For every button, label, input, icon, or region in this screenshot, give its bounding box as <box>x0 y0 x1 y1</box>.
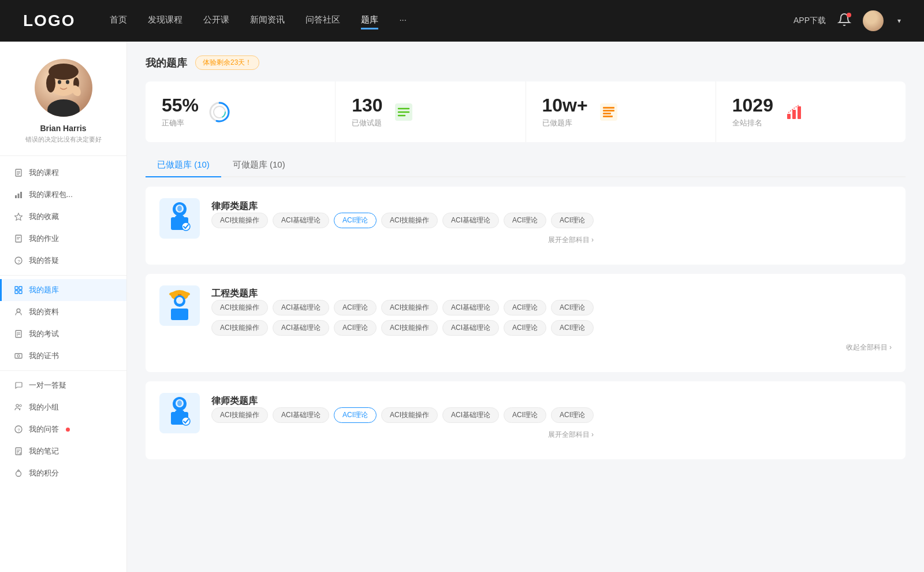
stats-row: 55% 正确率 130 已做试题 <box>146 81 906 142</box>
tag-item[interactable]: ACI基础理论 <box>273 213 329 228</box>
tag-item[interactable]: ACI基础理论 <box>442 407 499 423</box>
nav-discover[interactable]: 发现课程 <box>148 12 182 29</box>
sidebar-item-one-on-one[interactable]: 一对一答疑 <box>0 374 126 396</box>
qbank-card-lawyer-1: 律师类题库 ACI技能操作 ACI基础理论 ACI理论 ACI技能操作 ACI基… <box>146 187 906 265</box>
svg-rect-24 <box>19 291 22 294</box>
logo[interactable]: LOGO <box>23 12 75 30</box>
sidebar-label-my-group: 我的小组 <box>29 402 59 413</box>
stat-done-questions-label: 已做试题 <box>352 118 382 128</box>
stat-done-questions-number: 130 <box>352 95 382 116</box>
svg-rect-30 <box>15 354 22 358</box>
tag-item[interactable]: ACI基础理论 <box>273 320 329 336</box>
stat-accuracy-number: 55% <box>162 95 199 116</box>
nav-question-bank[interactable]: 题库 <box>361 12 378 29</box>
tag-item[interactable]: ACI理论 <box>551 407 594 423</box>
tag-item[interactable]: ACI理论 <box>334 300 377 315</box>
notification-bell[interactable] <box>837 13 851 29</box>
sidebar-item-my-question-bank[interactable]: 我的题库 <box>0 279 126 301</box>
qbank-title-lawyer-1: 律师类题库 <box>211 198 594 213</box>
tag-item[interactable]: ACI技能操作 <box>381 407 438 423</box>
tag-item[interactable]: ACI理论 <box>504 407 546 423</box>
svg-point-6 <box>47 99 80 117</box>
svg-text:?: ? <box>18 259 21 264</box>
cert-icon <box>14 351 23 361</box>
tag-item[interactable]: ACI理论 <box>504 213 546 228</box>
tag-item[interactable]: ACI理论 <box>551 320 594 336</box>
sidebar-item-my-profile[interactable]: 我的资料 <box>0 301 126 323</box>
tag-item-highlighted[interactable]: ACI理论 <box>334 213 377 228</box>
bar-red-icon <box>783 101 806 124</box>
nav-more[interactable]: ··· <box>399 12 407 29</box>
tag-item[interactable]: ACI基础理论 <box>273 300 329 315</box>
tag-item[interactable]: ACI理论 <box>504 320 546 336</box>
stat-site-rank: 1029 全站排名 <box>716 81 906 142</box>
tab-available-banks[interactable]: 可做题库 (10) <box>221 154 297 177</box>
svg-point-71 <box>177 400 182 406</box>
avatar-chevron-icon[interactable]: ▾ <box>897 17 901 25</box>
nav-links: 首页 发现课程 公开课 新闻资讯 问答社区 题库 ··· <box>110 12 793 29</box>
nav-news[interactable]: 新闻资讯 <box>250 12 285 29</box>
sidebar-item-my-course[interactable]: 我的课程 <box>0 162 126 184</box>
sidebar-item-my-points[interactable]: 我的积分 <box>0 462 126 484</box>
tag-item[interactable]: ACI理论 <box>551 213 594 228</box>
nav-qa[interactable]: 问答社区 <box>305 12 340 29</box>
sidebar-item-my-cert[interactable]: 我的证书 <box>0 345 126 367</box>
svg-rect-23 <box>15 291 18 294</box>
tag-item[interactable]: ACI理论 <box>334 320 377 336</box>
sidebar-label-my-question-bank: 我的题库 <box>29 285 59 295</box>
main-content: 我的题库 体验剩余23天！ 55% 正确率 <box>127 42 924 572</box>
trial-badge: 体验剩余23天！ <box>195 55 259 70</box>
svg-point-33 <box>20 404 22 407</box>
tag-item[interactable]: ACI技能操作 <box>211 300 268 315</box>
tag-item[interactable]: ACI技能操作 <box>381 213 438 228</box>
sidebar-item-my-notes[interactable]: 我的笔记 <box>0 440 126 462</box>
page-header: 我的题库 体验剩余23天！ <box>146 55 906 70</box>
chart-icon <box>14 190 23 199</box>
expand-link-lawyer-1[interactable]: 展开全部科目 › <box>211 233 594 245</box>
tag-item[interactable]: ACI技能操作 <box>211 407 268 423</box>
sidebar-label-my-points: 我的积分 <box>29 468 59 478</box>
notification-dot <box>847 13 851 17</box>
sidebar-item-my-favorites[interactable]: 我的收藏 <box>0 206 126 228</box>
sidebar-item-my-homework[interactable]: 我的作业 <box>0 228 126 250</box>
expand-link-lawyer-2[interactable]: 展开全部科目 › <box>211 428 594 440</box>
sidebar-label-my-question: 我的问答 <box>29 424 59 434</box>
profile-name: Brian Harris <box>40 124 86 133</box>
nav-home[interactable]: 首页 <box>110 12 127 29</box>
tag-item[interactable]: ACI技能操作 <box>381 300 438 315</box>
sidebar-item-my-course-pack[interactable]: 我的课程包... <box>0 184 126 206</box>
tab-done-banks[interactable]: 已做题库 (10) <box>146 154 221 177</box>
qbank-card-engineer: 工程类题库 ACI技能操作 ACI基础理论 ACI理论 ACI技能操作 ACI基… <box>146 274 906 372</box>
tag-item[interactable]: ACI理论 <box>551 300 594 315</box>
collapse-link-engineer[interactable]: 收起全部科目 › <box>211 340 892 352</box>
tag-item[interactable]: ACI理论 <box>504 300 546 315</box>
tag-item[interactable]: ACI基础理论 <box>442 213 499 228</box>
svg-rect-12 <box>15 195 17 198</box>
sidebar-item-my-group[interactable]: 我的小组 <box>0 396 126 418</box>
tag-item[interactable]: ACI基础理论 <box>442 300 499 315</box>
sidebar-menu: 我的课程 我的课程包... 我的收藏 我的作业 <box>0 162 126 484</box>
tag-item-highlighted[interactable]: ACI理论 <box>334 407 377 423</box>
tag-item[interactable]: ACI基础理论 <box>442 320 499 336</box>
nav-open-course[interactable]: 公开课 <box>203 12 229 29</box>
sidebar-item-my-qa[interactable]: ? 我的答疑 <box>0 250 126 272</box>
nav-right: APP下载 ▾ <box>793 10 901 31</box>
svg-rect-49 <box>600 103 617 121</box>
tag-item[interactable]: ACI技能操作 <box>211 213 268 228</box>
avatar[interactable] <box>863 10 884 31</box>
app-download-button[interactable]: APP下载 <box>793 16 826 26</box>
tag-item[interactable]: ACI技能操作 <box>381 320 438 336</box>
tag-item[interactable]: ACI基础理论 <box>273 407 329 423</box>
tag-item[interactable]: ACI技能操作 <box>211 320 268 336</box>
sidebar-item-my-exam[interactable]: 我的考试 <box>0 323 126 345</box>
qbank-engineer-icon <box>159 285 200 326</box>
svg-rect-68 <box>171 309 188 320</box>
qbank-tags-lawyer-2: ACI技能操作 ACI基础理论 ACI理论 ACI技能操作 ACI基础理论 AC… <box>211 407 594 423</box>
sidebar-label-my-exam: 我的考试 <box>29 329 59 339</box>
svg-point-2 <box>46 74 55 92</box>
sidebar-item-my-question[interactable]: ? 我的问答 <box>0 418 126 440</box>
svg-point-5 <box>66 80 69 84</box>
svg-rect-50 <box>603 107 614 109</box>
svg-marker-15 <box>15 213 23 220</box>
svg-rect-51 <box>603 110 614 112</box>
